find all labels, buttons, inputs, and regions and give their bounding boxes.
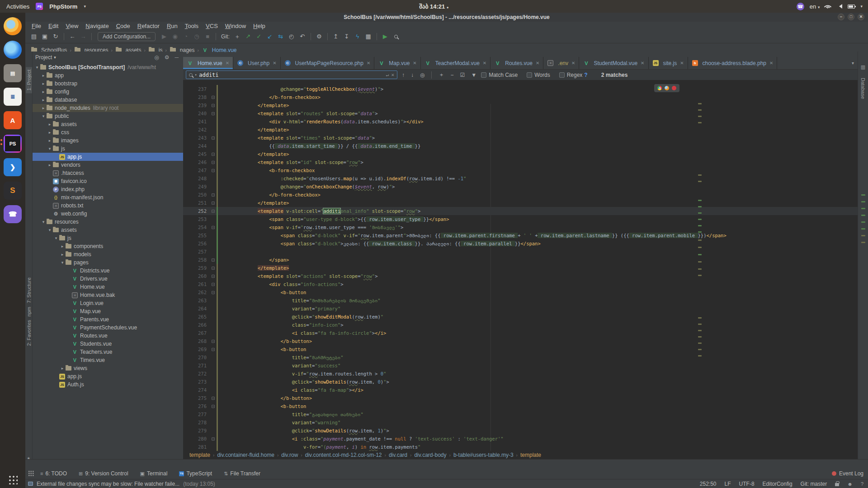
dock-files-icon[interactable]: ▤	[4, 64, 22, 82]
tree-expand-icon[interactable]: ▾	[60, 260, 65, 265]
tree-expand-icon[interactable]: ▸	[41, 106, 46, 110]
tab-close-icon[interactable]: ✕	[226, 61, 229, 66]
tab-close-icon[interactable]: ✕	[273, 61, 276, 66]
window-title-bar[interactable]: SchoolBus [/var/www/html/SchoolBus] - ..…	[25, 13, 868, 22]
opera-icon[interactable]	[672, 86, 676, 90]
run-anything-icon[interactable]: ▶	[380, 32, 390, 42]
match-case-checkbox[interactable]: Match Case	[481, 72, 518, 78]
tree-item-drivers.vue[interactable]: VDrivers.vue	[33, 275, 183, 283]
menu-run[interactable]: Run	[163, 23, 181, 29]
remove-selection-icon[interactable]: −	[448, 72, 455, 78]
tab-studentmodal.vue[interactable]: VStudentModal.vue✕	[579, 57, 648, 69]
gutter-fold[interactable]	[209, 402, 217, 410]
tab-close-icon[interactable]: ✕	[571, 61, 575, 66]
tab-site.js[interactable]: JSsite.js✕	[649, 57, 688, 69]
gutter-fold[interactable]	[209, 134, 217, 142]
menu-view[interactable]: View	[62, 23, 82, 29]
tree-item-images[interactable]: ▸images	[33, 136, 183, 145]
tool-stripe-structure[interactable]: 7: Structure	[26, 277, 32, 303]
collapse-icon[interactable]: ↧	[342, 32, 352, 42]
fold-marker-icon[interactable]	[212, 202, 215, 205]
panel-settings-gear-icon[interactable]: ⚙	[163, 54, 171, 61]
event-log-button[interactable]: Event Log	[832, 470, 863, 477]
tab-close-icon[interactable]: ✕	[483, 61, 486, 66]
tree-expand-icon[interactable]: ▸	[41, 98, 46, 102]
fold-marker-icon[interactable]	[212, 112, 215, 115]
tree-item-districts.vue[interactable]: VDistricts.vue	[33, 267, 183, 275]
activities-button[interactable]: Activities	[6, 3, 29, 10]
tree-item-models[interactable]: ▸models	[33, 250, 183, 258]
gutter-fold[interactable]	[209, 109, 217, 117]
error-stripe[interactable]	[697, 80, 703, 463]
next-match-icon[interactable]: ↓	[409, 72, 415, 78]
tree-item-auth.js[interactable]: JSAuth.js	[33, 380, 183, 389]
stop-icon[interactable]: ■	[203, 32, 212, 42]
fold-marker-icon[interactable]	[212, 161, 215, 164]
fold-marker-icon[interactable]	[212, 104, 215, 107]
save-all-icon[interactable]: ▣	[40, 32, 50, 42]
fold-marker-icon[interactable]	[212, 153, 215, 156]
fold-marker-icon[interactable]	[212, 193, 215, 197]
gutter-fold[interactable]	[209, 272, 217, 280]
fold-marker-icon[interactable]	[212, 226, 215, 229]
gutter-fold[interactable]	[209, 394, 217, 402]
menu-file[interactable]: File	[28, 23, 45, 29]
tree-item-index.php[interactable]: Pindex.php	[33, 185, 183, 193]
menu-window[interactable]: Window	[222, 23, 250, 29]
chrome-icon[interactable]	[657, 86, 662, 90]
appmenu-phpstorm[interactable]: PhpStorm	[49, 3, 77, 10]
tree-expand-icon[interactable]: ▾	[53, 236, 59, 240]
tree-item-js[interactable]: ▾js	[33, 234, 183, 242]
filter-icon[interactable]: ▼	[469, 72, 478, 78]
tree-item-app[interactable]: ▸app	[33, 71, 183, 80]
battery-icon[interactable]	[848, 5, 855, 9]
tree-item-robots.txt[interactable]: ≡robots.txt	[33, 202, 183, 210]
maximize-button[interactable]: □	[848, 14, 854, 20]
hints-icon[interactable]: ?	[861, 481, 863, 487]
status-message[interactable]: External file changes sync may be slow: …	[37, 481, 179, 487]
add-selection-icon[interactable]: ＋	[437, 71, 446, 79]
tree-item-mix-manifest.json[interactable]: {}mix-manifest.json	[33, 193, 183, 202]
tree-item-bootstrap[interactable]: ▸bootstrap	[33, 80, 183, 88]
code-viewport[interactable]: 237 @change="toggleAllCheckbox($event)">…	[183, 80, 858, 463]
profiler-icon[interactable]: ◷	[192, 32, 202, 42]
search-history-caret-icon[interactable]: ▾	[195, 73, 197, 77]
git-update-icon[interactable]: ↙	[265, 32, 275, 42]
tab-list-icon[interactable]: ▾	[848, 57, 858, 69]
breadcrumb-home.vue[interactable]: VHome.vue	[201, 47, 238, 53]
tree-expand-icon[interactable]: ▾	[34, 65, 40, 70]
dock-writer-icon[interactable]: ≣	[4, 88, 22, 106]
gutter-fold[interactable]	[209, 207, 217, 215]
coverage-icon[interactable]: ◔	[181, 32, 191, 42]
tab-routes.vue[interactable]: VRoutes.vue✕	[491, 57, 543, 69]
tree-expand-icon[interactable]: ▸	[47, 163, 52, 167]
tree-expand-icon[interactable]: ▾	[47, 228, 52, 232]
menu-tools[interactable]: Tools	[181, 23, 202, 29]
fold-marker-icon[interactable]	[212, 210, 215, 213]
tool-windows-grid-icon[interactable]	[28, 470, 34, 476]
hector-inspections-icon[interactable]: ☻	[847, 481, 853, 487]
git-rollback-icon[interactable]: ↶	[297, 32, 307, 42]
tab-home.vue[interactable]: VHome.vue✕	[183, 57, 233, 69]
gutter-fold[interactable]	[209, 288, 217, 296]
fold-marker-icon[interactable]	[212, 258, 215, 262]
git-merge-icon[interactable]: ⇆	[276, 32, 286, 42]
dock-vscode-icon[interactable]: ❯	[4, 158, 22, 176]
tree-item-resources[interactable]: ▾resources	[33, 218, 183, 226]
tab-close-icon[interactable]: ✕	[536, 61, 539, 66]
tree-expand-icon[interactable]: ▸	[60, 244, 65, 249]
fold-marker-icon[interactable]	[212, 291, 215, 294]
run-configuration-select[interactable]: Add Configuration...	[98, 32, 156, 41]
tree-item-.htaccess[interactable]: ≡.htaccess	[33, 169, 183, 177]
tab-close-icon[interactable]: ✕	[680, 61, 684, 66]
tag-crumb-1[interactable]: div.container-fluid.home	[217, 452, 274, 458]
gutter-fold[interactable]	[209, 199, 217, 207]
fold-marker-icon[interactable]	[212, 340, 215, 343]
gutter-fold[interactable]	[209, 345, 217, 353]
tag-crumb-3[interactable]: div.content.col-md-12.col-sm-12	[305, 452, 382, 458]
regex-help-icon[interactable]: ?	[584, 72, 587, 78]
project-view-caret-icon[interactable]: ▾	[54, 55, 56, 60]
tree-item-public[interactable]: ▾public	[33, 112, 183, 120]
keyboard-layout-indicator[interactable]: en ▾	[810, 3, 820, 10]
toolwindow-typescript[interactable]: TSTypeScript	[179, 470, 212, 477]
